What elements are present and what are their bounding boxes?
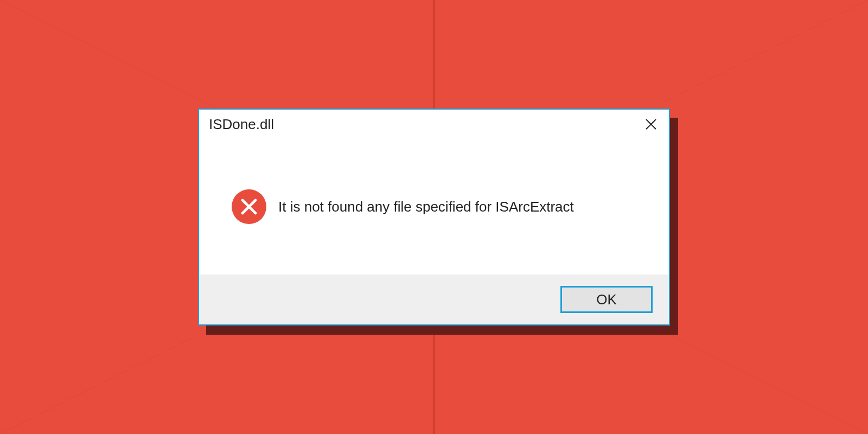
dialog-content: It is not found any file specified for I… bbox=[199, 139, 669, 275]
dialog-title: ISDone.dll bbox=[209, 116, 274, 133]
ok-button[interactable]: OK bbox=[560, 286, 653, 313]
close-button[interactable] bbox=[639, 112, 663, 137]
error-message: It is not found any file specified for I… bbox=[278, 199, 574, 215]
titlebar: ISDone.dll bbox=[199, 110, 669, 139]
dialog-footer: OK bbox=[199, 275, 669, 324]
x-icon bbox=[240, 198, 258, 215]
error-dialog: ISDone.dll It is not found any file spec… bbox=[198, 108, 670, 326]
error-icon bbox=[232, 189, 266, 224]
close-icon bbox=[644, 118, 658, 131]
